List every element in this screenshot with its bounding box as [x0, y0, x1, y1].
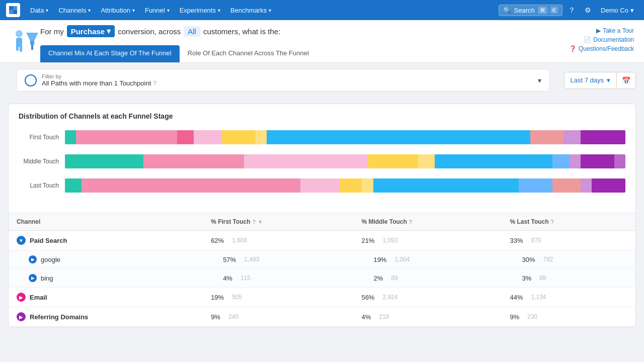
filter-bar[interactable]: Filter by All Paths with more than 1 Tou… [16, 69, 550, 92]
nav-benchmarks-chevron: ▾ [269, 8, 271, 13]
take-a-tour-link[interactable]: ▶ Take a Tour [596, 27, 634, 34]
first-touch-cell-paid-search: 62% 1,608 [203, 231, 353, 250]
expand-email-button[interactable]: ▶ [17, 293, 26, 302]
filter-chevron-icon[interactable]: ▾ [538, 76, 541, 84]
channel-name-email: Email [30, 294, 47, 301]
channel-name-referring-domains: Referring Domains [30, 313, 88, 321]
nav-experiments[interactable]: Experiments ▾ [176, 5, 224, 16]
search-shortcut-key: K [550, 7, 558, 14]
tab-role-each-channel[interactable]: Role Of Each Channel Across The Funnel [180, 45, 317, 62]
play-icon: ▶ [596, 27, 601, 34]
search-bar[interactable]: 🔍 Search ⌘ K [499, 5, 563, 16]
seg-teal [65, 130, 76, 144]
date-filter[interactable]: Last 7 days ▾ 📅 [564, 72, 636, 89]
action-links: ▶ Take a Tour 📄 Documentation ❓ Question… [569, 25, 634, 56]
channel-name-bing: bing [41, 275, 53, 282]
table-row: ▶ bing 4% 115 2% 89 [9, 269, 635, 288]
chart-section: Distribution of Channels at each Funnel … [9, 104, 635, 213]
nav-attribution[interactable]: Attribution ▾ [97, 5, 139, 16]
settings-button[interactable]: ⚙ [581, 3, 595, 17]
col-last-touch-header: % Last Touch ? [502, 213, 635, 231]
question-icon: ❓ [569, 45, 577, 52]
chart-title: Distribution of Channels at each Funnel … [19, 112, 625, 120]
filter-value: All Paths with more than 1 Touchpoint ? [42, 79, 533, 87]
first-touch-cell-referring-domains: 9% 240 [203, 307, 353, 327]
date-chevron-icon: ▾ [607, 76, 610, 84]
conversion-chevron-icon: ▾ [107, 27, 111, 36]
user-chevron-icon: ▾ [630, 7, 634, 14]
first-touch-label: First Touch [19, 134, 59, 141]
seg-yellow [222, 130, 256, 144]
first-touch-cell-google: 57% 1,493 [203, 250, 353, 269]
search-shortcut-cmd: ⌘ [538, 7, 547, 14]
table-header-row: Channel % First Touch ? ▼ % Middle Touch… [9, 213, 635, 231]
svg-rect-0 [9, 6, 13, 10]
svg-rect-9 [30, 41, 34, 45]
svg-rect-7 [20, 45, 22, 52]
svg-point-4 [16, 30, 23, 37]
query-line: For my Purchase ▾ conversion, across All… [40, 25, 561, 41]
last-touch-cell-bing: 3% 88 [502, 269, 635, 288]
channel-name-google: google [41, 256, 60, 263]
seg-blue [267, 130, 530, 144]
last-touch-help-icon[interactable]: ? [551, 219, 554, 225]
nav-funnel-chevron: ▾ [167, 8, 170, 13]
last-touch-cell-paid-search: 33% 870 [502, 231, 635, 250]
first-touch-bar-row: First Touch [19, 130, 625, 144]
first-touch-cell-bing: 4% 115 [203, 269, 353, 288]
middle-touch-help-icon[interactable]: ? [409, 219, 413, 225]
first-touch-help-icon[interactable]: ? [253, 219, 256, 225]
conversion-dropdown[interactable]: Purchase ▾ [67, 25, 115, 37]
middle-touch-cell-referring-domains: 4% 218 [353, 307, 502, 327]
col-middle-touch-header: % Middle Touch ? [353, 213, 502, 231]
last-touch-cell-referring-domains: 9% 230 [502, 307, 635, 327]
nav-data-chevron: ▾ [46, 8, 48, 13]
svg-rect-2 [9, 10, 13, 14]
first-touch-cell-email: 19% 505 [203, 288, 353, 307]
seg-pink2 [177, 130, 194, 144]
data-table: Channel % First Touch ? ▼ % Middle Touch… [9, 213, 635, 327]
date-filter-text[interactable]: Last 7 days ▾ [565, 72, 617, 88]
middle-touch-cell-bing: 2% 89 [353, 269, 502, 288]
expand-bing-button[interactable]: ▶ [29, 274, 37, 282]
last-touch-bar [65, 178, 625, 193]
channel-cell-email: ▶ Email [9, 288, 203, 307]
tab-channel-mix[interactable]: Channel Mix At Each Stage Of The Funnel [40, 45, 180, 62]
documentation-link[interactable]: 📄 Documentation [584, 36, 634, 43]
app-logo[interactable] [6, 3, 20, 17]
middle-touch-bar-row: Middle Touch [19, 154, 625, 168]
help-button[interactable]: ? [565, 3, 579, 17]
tabs-row: Channel Mix At Each Stage Of The Funnel … [40, 45, 561, 62]
user-menu[interactable]: Demo Co ▾ [597, 5, 638, 16]
last-touch-cell-email: 44% 1,134 [502, 288, 635, 307]
last-touch-label: Last Touch [19, 182, 59, 189]
last-touch-bar-row: Last Touch [19, 178, 625, 193]
nav-benchmarks[interactable]: Benchmarks ▾ [226, 5, 275, 16]
filter-help-icon[interactable]: ? [153, 80, 156, 87]
first-touch-sort-icon[interactable]: ▼ [258, 219, 263, 225]
calendar-icon[interactable]: 📅 [617, 72, 635, 88]
nav-channels[interactable]: Channels ▾ [54, 5, 95, 16]
svg-rect-1 [13, 6, 17, 10]
middle-touch-cell-email: 56% 2,924 [353, 288, 502, 307]
expand-referring-domains-button[interactable]: ▶ [17, 312, 26, 321]
channel-cell-paid-search: ▼ Paid Search [9, 231, 203, 250]
filter-date-row: Filter by All Paths with more than 1 Tou… [8, 63, 636, 98]
seg-pink [76, 130, 177, 144]
query-section: For my Purchase ▾ conversion, across All… [10, 25, 561, 62]
expand-google-button[interactable]: ▶ [29, 255, 37, 263]
segment-pill[interactable]: All [184, 26, 200, 37]
col-channel-header: Channel [9, 213, 203, 231]
table-row: ▼ Paid Search 62% 1,608 21% 1,093 [9, 231, 635, 250]
filter-circle-icon [25, 74, 37, 86]
seg-salmon [530, 130, 564, 144]
svg-rect-10 [31, 45, 33, 50]
expand-paid-search-button[interactable]: ▼ [17, 236, 26, 245]
middle-touch-cell-paid-search: 21% 1,093 [353, 231, 502, 250]
nav-funnel[interactable]: Funnel ▾ [141, 5, 174, 16]
svg-rect-6 [16, 45, 19, 51]
top-navigation: Data ▾ Channels ▾ Attribution ▾ Funnel ▾… [0, 0, 644, 20]
nav-data[interactable]: Data ▾ [26, 5, 52, 16]
seg-lightpink [194, 130, 222, 144]
questions-feedback-link[interactable]: ❓ Questions/Feedback [569, 45, 634, 52]
